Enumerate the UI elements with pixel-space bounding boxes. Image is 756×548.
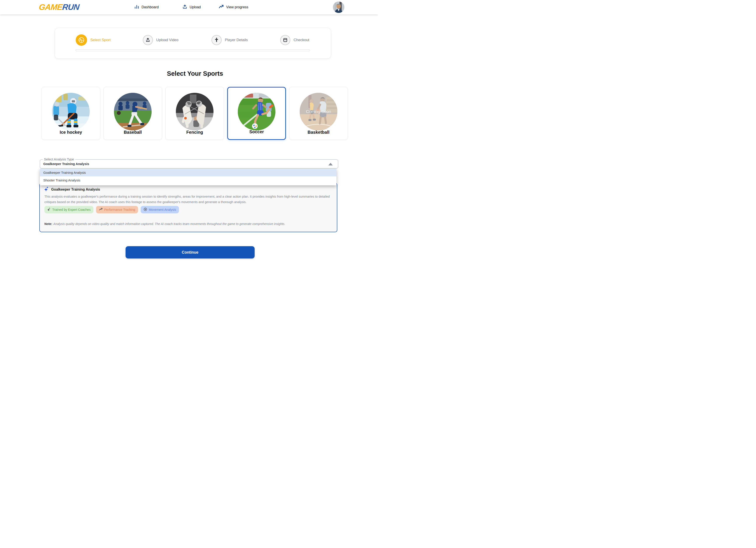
ice-hockey-photo bbox=[52, 93, 90, 130]
nav-upload-label: Upload bbox=[190, 5, 201, 9]
badge-performance-tracking: Performance Tracking bbox=[96, 206, 138, 213]
step-player-details-label: Player Details bbox=[225, 38, 248, 42]
basketball-icon bbox=[76, 34, 87, 46]
sport-card-basketball[interactable]: Coming Soon Basketball bbox=[289, 87, 348, 140]
top-navbar: GAMERUN Dashboard Upload View progress bbox=[0, 0, 378, 14]
step-checkout[interactable]: Checkout bbox=[280, 28, 309, 52]
trending-up-icon bbox=[219, 4, 224, 10]
stepper-progress-bar bbox=[75, 49, 310, 51]
sparkles-icon bbox=[47, 207, 51, 212]
eye-icon bbox=[143, 207, 147, 212]
sport-label-fencing: Fencing bbox=[166, 130, 224, 135]
sport-label-ice-hockey: Ice hockey bbox=[42, 130, 100, 135]
nav-dashboard-label: Dashboard bbox=[142, 5, 159, 9]
step-upload-video-label: Upload Video bbox=[156, 38, 179, 42]
logo-game: GAME bbox=[39, 3, 63, 12]
badge-label: Trained by Expert Coaches bbox=[52, 208, 91, 211]
nav-view-progress[interactable]: View progress bbox=[219, 0, 248, 14]
person-icon bbox=[212, 35, 222, 45]
coming-soon-overlay: Coming Soon bbox=[300, 93, 337, 130]
sport-card-soccer[interactable]: Soccer bbox=[227, 87, 286, 140]
chevron-up-icon bbox=[328, 163, 333, 165]
user-avatar-photo bbox=[333, 2, 344, 13]
sport-label-basketball: Basketball bbox=[289, 130, 348, 135]
step-upload-video[interactable]: Upload Video bbox=[143, 28, 179, 52]
upload-icon bbox=[143, 35, 153, 45]
sport-label-soccer: Soccer bbox=[228, 129, 285, 134]
checkout-stepper: Select Sport Upload Video Player Details… bbox=[55, 28, 331, 59]
nav-dashboard[interactable]: Dashboard bbox=[134, 0, 159, 14]
coming-soon-label: Coming Soon bbox=[306, 109, 331, 114]
nav-upload[interactable]: Upload bbox=[182, 0, 201, 14]
step-select-sport[interactable]: Select Sport bbox=[76, 28, 111, 52]
sport-card-ice-hockey[interactable]: Ice hockey bbox=[42, 87, 100, 140]
sport-label-baseball: Baseball bbox=[104, 130, 162, 135]
analysis-details-panel: Goalkeeper Training Analysis This analys… bbox=[39, 183, 337, 232]
analysis-type-select-label: Select Analysis Type bbox=[43, 157, 75, 161]
analysis-details-title: Goalkeeper Training Analysis bbox=[51, 187, 100, 191]
sport-card-baseball[interactable]: Baseball bbox=[103, 87, 162, 140]
badge-label: Movement Analysis bbox=[149, 208, 176, 211]
analysis-type-dropdown: Goalkeeper Training Analysis Shooter Tra… bbox=[40, 169, 336, 185]
sport-card-grid: Ice hockey bbox=[42, 87, 348, 140]
user-avatar[interactable] bbox=[333, 2, 344, 13]
gamerun-logo[interactable]: GAMERUN bbox=[39, 3, 80, 12]
baseball-photo bbox=[114, 93, 152, 130]
logo-run: RUN bbox=[62, 3, 80, 12]
dropdown-option-goalkeeper[interactable]: Goalkeeper Training Analysis bbox=[40, 169, 336, 176]
step-player-details[interactable]: Player Details bbox=[212, 28, 248, 52]
bar-chart-icon bbox=[134, 4, 139, 10]
basketball-photo: Coming Soon bbox=[300, 93, 337, 130]
badge-label: Performance Tracking bbox=[104, 208, 135, 211]
analysis-details-header: Goalkeeper Training Analysis bbox=[44, 186, 100, 192]
continue-button[interactable]: Continue bbox=[126, 246, 255, 258]
sparkles-icon bbox=[44, 186, 49, 192]
analysis-badges: Trained by Expert Coaches Performance Tr… bbox=[44, 206, 179, 213]
badge-trained-by-expert-coaches: Trained by Expert Coaches bbox=[44, 206, 93, 213]
step-checkout-label: Checkout bbox=[294, 38, 309, 42]
analysis-note-label: Note: bbox=[44, 222, 52, 225]
trending-up-icon bbox=[99, 207, 103, 212]
credit-card-icon bbox=[280, 35, 290, 45]
analysis-type-selected-value: Goalkeeper Training Analysis bbox=[40, 159, 338, 168]
badge-movement-analysis: Movement Analysis bbox=[141, 206, 179, 213]
page-title: Select Your Sports bbox=[42, 70, 348, 77]
analysis-details-description: This analysis evaluates a goalkeeper's p… bbox=[44, 194, 331, 205]
nav-view-progress-label: View progress bbox=[226, 5, 248, 9]
step-select-sport-label: Select Sport bbox=[90, 38, 111, 42]
dropdown-option-shooter[interactable]: Shooter Training Analysis bbox=[40, 176, 336, 184]
fencing-photo bbox=[176, 93, 213, 130]
analysis-type-select[interactable]: Select Analysis Type Goalkeeper Training… bbox=[40, 159, 338, 168]
analysis-note: Note:Analysis quality depends on video q… bbox=[44, 222, 285, 225]
upload-icon bbox=[182, 4, 187, 10]
soccer-photo bbox=[238, 93, 275, 130]
analysis-note-text: Analysis quality depends on video qualit… bbox=[53, 222, 285, 225]
sport-card-fencing[interactable]: Fencing bbox=[165, 87, 224, 140]
